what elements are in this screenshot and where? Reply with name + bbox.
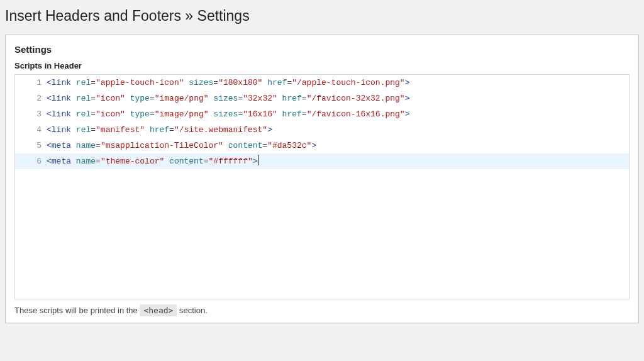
code-content[interactable]: <link rel="manifest" href="/site.webmani… [47,122,629,138]
code-line[interactable]: 6<meta name="theme-color" content="#ffff… [15,153,629,169]
code-content[interactable]: <link rel="icon" type="image/png" sizes=… [47,91,629,106]
code-content[interactable]: <link rel="apple-touch-icon" sizes="180x… [47,75,629,91]
help-text-after: section. [179,306,208,315]
line-number: 2 [15,91,47,106]
page-title: Insert Headers and Footers » Settings [5,8,639,25]
code-line[interactable]: 5<meta name="msapplication-TileColor" co… [15,138,629,153]
settings-panel: Settings Scripts in Header 1<link rel="a… [5,35,639,323]
settings-page: Insert Headers and Footers » Settings Se… [0,8,644,328]
scripts-in-header-label: Scripts in Header [14,61,630,70]
line-number: 5 [15,138,47,153]
line-number: 1 [15,75,47,91]
line-number: 3 [15,106,47,122]
code-line[interactable]: 1<link rel="apple-touch-icon" sizes="180… [15,75,629,91]
help-text-before: These scripts will be printed in the [14,306,140,315]
text-caret [258,155,258,165]
code-line[interactable]: 3<link rel="icon" type="image/png" sizes… [15,106,629,122]
line-number: 4 [15,122,47,138]
line-number: 6 [15,153,47,169]
help-code-head: <head> [140,304,177,316]
header-scripts-help: These scripts will be printed in the <he… [14,306,630,315]
panel-heading: Settings [6,35,638,61]
header-scripts-editor[interactable]: 1<link rel="apple-touch-icon" sizes="180… [14,74,630,299]
panel-body: Scripts in Header 1<link rel="apple-touc… [6,61,638,323]
code-content[interactable]: <meta name="theme-color" content="#fffff… [47,153,629,169]
code-line[interactable]: 4<link rel="manifest" href="/site.webman… [15,122,629,138]
code-content[interactable]: <link rel="icon" type="image/png" sizes=… [47,106,629,122]
code-content[interactable]: <meta name="msapplication-TileColor" con… [47,138,629,153]
code-line[interactable]: 2<link rel="icon" type="image/png" sizes… [15,91,629,106]
